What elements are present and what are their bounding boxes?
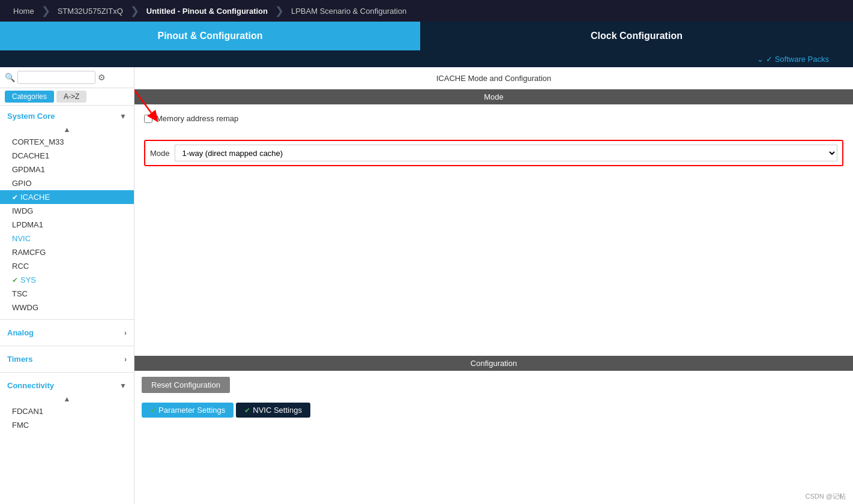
sys-label: SYS <box>20 275 36 284</box>
sidebar-item-icache[interactable]: ✔ ICACHE <box>0 190 134 204</box>
mode-section: Memory address remap Mode 1-way (direct … <box>134 104 853 176</box>
system-core-scroll-up[interactable]: ▲ <box>0 124 134 135</box>
checkbox-memory-remap: Memory address remap <box>144 114 238 123</box>
chevron-down-icon: ⌄ <box>757 55 764 64</box>
divider-1 <box>0 319 134 320</box>
main-layout: 🔍 ⚙ Categories A->Z System Core ▼ ▲ CORT… <box>0 67 853 504</box>
watermark: CSDN @记帖 <box>803 491 848 502</box>
fmc-label: FMC <box>12 421 29 430</box>
tsc-label: TSC <box>12 289 28 298</box>
sidebar-item-fdcan1[interactable]: FDCAN1 <box>0 404 134 418</box>
divider-2 <box>0 346 134 346</box>
ramcfg-label: RAMCFG <box>12 248 46 257</box>
content-spacer <box>134 176 853 356</box>
fdcan1-label: FDCAN1 <box>12 407 43 416</box>
tab-categories[interactable]: Categories <box>5 91 54 103</box>
parameter-settings-check-icon: ✔ <box>150 406 156 415</box>
config-tab-parameter-settings[interactable]: ✔ Parameter Settings <box>142 403 234 418</box>
nav-home[interactable]: Home <box>6 0 41 22</box>
software-packs-button[interactable]: ⌄ ✓ Software Packs <box>757 55 829 64</box>
sidebar-item-wwdg[interactable]: WWDG <box>0 301 134 314</box>
mode-select-dropdown[interactable]: 1-way (direct mapped cache) 2-way (2-way… <box>175 145 837 161</box>
sidebar-item-nvic[interactable]: NVIC <box>0 232 134 245</box>
section-timers-arrow: › <box>124 355 127 364</box>
nvic-label: NVIC <box>12 234 31 243</box>
section-analog: Analog › <box>0 322 134 343</box>
software-packs-label: ✓ Software Packs <box>766 55 829 64</box>
nvic-settings-check-icon: ✔ <box>244 406 250 415</box>
section-analog-label: Analog <box>7 328 34 337</box>
sidebar-item-fmc[interactable]: FMC <box>0 418 134 432</box>
config-tab-nvic-settings[interactable]: ✔ NVIC Settings <box>236 403 310 418</box>
sidebar-item-cortex[interactable]: CORTEX_M33 <box>0 135 134 149</box>
section-system-core: System Core ▼ ▲ CORTEX_M33 DCACHE1 GPDMA… <box>0 106 134 317</box>
content-area: ICACHE Mode and Configuration Mode Memor… <box>134 67 853 504</box>
sidebar-tabs: Categories A->Z <box>0 88 134 106</box>
gear-icon[interactable]: ⚙ <box>98 73 106 82</box>
memory-address-remap-checkbox[interactable] <box>144 115 152 123</box>
cortex-label: CORTEX_M33 <box>12 137 64 146</box>
tab-row: Pinout & Configuration Clock Configurati… <box>0 22 853 50</box>
top-nav: Home ❯ STM32U575ZITxQ ❯ Untitled - Pinou… <box>0 0 853 22</box>
mode-select-row: Mode 1-way (direct mapped cache) 2-way (… <box>144 140 843 166</box>
lpdma1-label: LPDMA1 <box>12 220 43 229</box>
section-connectivity-arrow: ▼ <box>119 382 127 390</box>
wwdg-label: WWDG <box>12 303 38 312</box>
iwdg-label: IWDG <box>12 206 33 215</box>
sidebar-search-row: 🔍 ⚙ <box>0 67 134 88</box>
rcc-label: RCC <box>12 262 29 271</box>
config-tabs: ✔ Parameter Settings ✔ NVIC Settings <box>134 399 853 421</box>
section-timers-label: Timers <box>7 355 32 364</box>
sidebar-item-rcc[interactable]: RCC <box>0 259 134 273</box>
section-system-core-header[interactable]: System Core ▼ <box>0 108 134 124</box>
sidebar-item-tsc[interactable]: TSC <box>0 287 134 301</box>
config-section-label: Configuration <box>471 359 517 368</box>
gpdma1-label: GPDMA1 <box>12 165 45 174</box>
nav-sep-1: ❯ <box>41 4 50 17</box>
mode-section-label: Mode <box>484 92 504 101</box>
memory-address-remap-label: Memory address remap <box>156 114 238 123</box>
section-connectivity-label: Connectivity <box>7 381 54 390</box>
reset-configuration-button[interactable]: Reset Configuration <box>142 377 230 393</box>
gpio-label: GPIO <box>12 179 32 188</box>
tab-clock[interactable]: Clock Configuration <box>420 22 853 50</box>
sidebar-item-iwdg[interactable]: IWDG <box>0 204 134 218</box>
nav-sep-2: ❯ <box>130 4 139 17</box>
dcache1-label: DCACHE1 <box>12 151 49 160</box>
section-timers-header[interactable]: Timers › <box>0 351 134 367</box>
section-connectivity-header[interactable]: Connectivity ▼ <box>0 377 134 394</box>
sidebar: 🔍 ⚙ Categories A->Z System Core ▼ ▲ CORT… <box>0 67 134 504</box>
sidebar-item-gpio[interactable]: GPIO <box>0 176 134 190</box>
divider-3 <box>0 372 134 373</box>
section-system-core-label: System Core <box>7 112 55 121</box>
section-analog-header[interactable]: Analog › <box>0 325 134 341</box>
icache-check-icon: ✔ <box>12 193 18 202</box>
software-packs-bar: ⌄ ✓ Software Packs <box>0 50 853 67</box>
nav-device[interactable]: STM32U575ZITxQ <box>50 0 130 22</box>
section-analog-arrow: › <box>124 329 127 337</box>
sys-check-icon: ✔ <box>12 276 18 284</box>
section-system-core-arrow: ▼ <box>119 112 127 121</box>
mode-field-label: Mode <box>150 149 170 158</box>
sidebar-item-lpdma1[interactable]: LPDMA1 <box>0 218 134 232</box>
search-icon: 🔍 <box>5 73 15 82</box>
sidebar-item-dcache1[interactable]: DCACHE1 <box>0 149 134 163</box>
sidebar-item-sys[interactable]: ✔ SYS <box>0 273 134 287</box>
icache-label: ICACHE <box>20 193 50 202</box>
connectivity-scroll-up[interactable]: ▲ <box>0 394 134 404</box>
nav-lpbam[interactable]: LPBAM Scenario & Configuration <box>284 0 414 22</box>
section-timers: Timers › <box>0 349 134 370</box>
nav-sep-3: ❯ <box>275 4 284 17</box>
tab-az[interactable]: A->Z <box>56 91 86 103</box>
parameter-settings-label: Parameter Settings <box>158 406 225 415</box>
tab-pinout[interactable]: Pinout & Configuration <box>0 22 420 50</box>
sidebar-item-ramcfg[interactable]: RAMCFG <box>0 245 134 259</box>
content-header: ICACHE Mode and Configuration <box>134 67 853 89</box>
section-connectivity: Connectivity ▼ ▲ FDCAN1 FMC <box>0 375 134 434</box>
search-input[interactable] <box>17 71 95 84</box>
sidebar-item-gpdma1[interactable]: GPDMA1 <box>0 163 134 176</box>
memory-remap-row: Memory address remap <box>144 114 238 131</box>
nvic-settings-label: NVIC Settings <box>253 406 302 415</box>
content-title: ICACHE Mode and Configuration <box>436 74 552 83</box>
nav-pinout[interactable]: Untitled - Pinout & Configuration <box>139 0 275 22</box>
